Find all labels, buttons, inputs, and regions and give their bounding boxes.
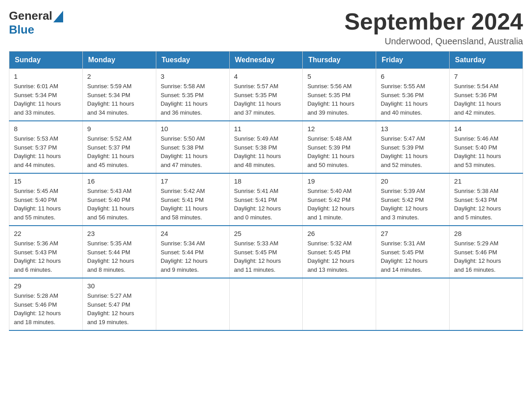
day-number: 26 [307,230,371,237]
calendar-header: SundayMondayTuesdayWednesdayThursdayFrid… [9,51,523,69]
day-number: 5 [307,73,371,80]
day-number: 13 [381,125,445,133]
day-cell: 1Sunrise: 6:01 AM Sunset: 5:34 PM Daylig… [9,69,83,121]
day-number: 11 [234,125,298,133]
week-row-1: 1Sunrise: 6:01 AM Sunset: 5:34 PM Daylig… [9,69,523,121]
day-info: Sunrise: 5:59 AM Sunset: 5:34 PM Dayligh… [87,82,151,117]
day-number: 22 [14,230,78,237]
day-info: Sunrise: 5:58 AM Sunset: 5:35 PM Dayligh… [161,82,225,117]
day-info: Sunrise: 5:27 AM Sunset: 5:47 PM Dayligh… [87,291,151,326]
day-info: Sunrise: 5:52 AM Sunset: 5:37 PM Dayligh… [87,134,151,169]
week-row-2: 8Sunrise: 5:53 AM Sunset: 5:37 PM Daylig… [9,121,523,173]
day-cell: 29Sunrise: 5:28 AM Sunset: 5:46 PM Dayli… [9,278,83,330]
day-cell: 18Sunrise: 5:41 AM Sunset: 5:41 PM Dayli… [229,173,303,226]
column-header-tuesday: Tuesday [156,51,229,69]
day-info: Sunrise: 5:43 AM Sunset: 5:40 PM Dayligh… [87,187,151,222]
day-cell: 22Sunrise: 5:36 AM Sunset: 5:43 PM Dayli… [9,226,83,278]
column-header-thursday: Thursday [303,51,376,69]
day-info: Sunrise: 5:55 AM Sunset: 5:36 PM Dayligh… [381,82,445,117]
day-number: 3 [161,73,225,80]
calendar-title: September 2024 [344,9,523,34]
day-number: 2 [87,73,151,80]
day-info: Sunrise: 5:42 AM Sunset: 5:41 PM Dayligh… [161,187,225,222]
calendar-title-area: September 2024 Underwood, Queensland, Au… [344,9,523,47]
day-cell: 30Sunrise: 5:27 AM Sunset: 5:47 PM Dayli… [82,278,156,330]
day-cell: 23Sunrise: 5:35 AM Sunset: 5:44 PM Dayli… [82,226,156,278]
header-row: SundayMondayTuesdayWednesdayThursdayFrid… [9,51,523,69]
day-info: Sunrise: 5:54 AM Sunset: 5:36 PM Dayligh… [454,82,518,117]
day-cell: 8Sunrise: 5:53 AM Sunset: 5:37 PM Daylig… [9,121,83,173]
day-number: 17 [161,177,225,185]
day-number: 18 [234,177,298,185]
day-number: 24 [161,230,225,237]
day-cell: 2Sunrise: 5:59 AM Sunset: 5:34 PM Daylig… [82,69,156,121]
day-cell: 28Sunrise: 5:29 AM Sunset: 5:46 PM Dayli… [450,226,523,278]
day-info: Sunrise: 6:01 AM Sunset: 5:34 PM Dayligh… [14,82,78,117]
week-row-5: 29Sunrise: 5:28 AM Sunset: 5:46 PM Dayli… [9,278,523,330]
day-cell [376,278,450,330]
calendar-subtitle: Underwood, Queensland, Australia [344,36,523,47]
day-cell: 20Sunrise: 5:39 AM Sunset: 5:42 PM Dayli… [376,173,450,226]
day-cell: 21Sunrise: 5:38 AM Sunset: 5:43 PM Dayli… [450,173,523,226]
svg-marker-0 [53,11,63,22]
day-info: Sunrise: 5:39 AM Sunset: 5:42 PM Dayligh… [381,187,445,222]
day-cell: 16Sunrise: 5:43 AM Sunset: 5:40 PM Dayli… [82,173,156,226]
logo-triangle-icon [53,11,63,22]
calendar-table: SundayMondayTuesdayWednesdayThursdayFrid… [9,51,523,331]
day-number: 19 [307,177,371,185]
day-info: Sunrise: 5:41 AM Sunset: 5:41 PM Dayligh… [234,187,298,222]
logo: General Blue [9,9,63,37]
day-cell: 12Sunrise: 5:48 AM Sunset: 5:39 PM Dayli… [303,121,376,173]
day-cell: 11Sunrise: 5:49 AM Sunset: 5:38 PM Dayli… [229,121,303,173]
day-cell [229,278,303,330]
day-number: 8 [14,125,78,133]
logo-blue-text: Blue [9,23,34,36]
column-header-saturday: Saturday [450,51,523,69]
day-cell: 3Sunrise: 5:58 AM Sunset: 5:35 PM Daylig… [156,69,229,121]
day-info: Sunrise: 5:31 AM Sunset: 5:45 PM Dayligh… [381,239,445,274]
day-info: Sunrise: 5:49 AM Sunset: 5:38 PM Dayligh… [234,134,298,169]
logo-general-text: General [9,9,52,23]
day-cell: 26Sunrise: 5:32 AM Sunset: 5:45 PM Dayli… [303,226,376,278]
day-info: Sunrise: 5:34 AM Sunset: 5:44 PM Dayligh… [161,239,225,274]
day-cell: 7Sunrise: 5:54 AM Sunset: 5:36 PM Daylig… [450,69,523,121]
column-header-wednesday: Wednesday [229,51,303,69]
page-header: General Blue September 2024 Underwood, Q… [9,9,523,47]
day-number: 29 [14,282,78,290]
day-number: 21 [454,177,518,185]
day-cell: 24Sunrise: 5:34 AM Sunset: 5:44 PM Dayli… [156,226,229,278]
day-cell: 5Sunrise: 5:56 AM Sunset: 5:35 PM Daylig… [303,69,376,121]
day-number: 12 [307,125,371,133]
day-cell: 25Sunrise: 5:33 AM Sunset: 5:45 PM Dayli… [229,226,303,278]
day-number: 7 [454,73,518,80]
day-cell: 13Sunrise: 5:47 AM Sunset: 5:39 PM Dayli… [376,121,450,173]
day-number: 27 [381,230,445,237]
day-number: 30 [87,282,151,290]
day-info: Sunrise: 5:36 AM Sunset: 5:43 PM Dayligh… [14,239,78,274]
day-number: 14 [454,125,518,133]
day-number: 16 [87,177,151,185]
column-header-friday: Friday [376,51,450,69]
day-info: Sunrise: 5:32 AM Sunset: 5:45 PM Dayligh… [307,239,371,274]
day-cell: 4Sunrise: 5:57 AM Sunset: 5:35 PM Daylig… [229,69,303,121]
day-number: 1 [14,73,78,80]
day-info: Sunrise: 5:46 AM Sunset: 5:40 PM Dayligh… [454,134,518,169]
day-number: 25 [234,230,298,237]
day-info: Sunrise: 5:45 AM Sunset: 5:40 PM Dayligh… [14,187,78,222]
day-number: 23 [87,230,151,237]
column-header-sunday: Sunday [9,51,83,69]
day-cell [156,278,229,330]
calendar-body: 1Sunrise: 6:01 AM Sunset: 5:34 PM Daylig… [9,69,523,331]
day-cell: 15Sunrise: 5:45 AM Sunset: 5:40 PM Dayli… [9,173,83,226]
day-cell: 19Sunrise: 5:40 AM Sunset: 5:42 PM Dayli… [303,173,376,226]
day-info: Sunrise: 5:29 AM Sunset: 5:46 PM Dayligh… [454,239,518,274]
day-info: Sunrise: 5:35 AM Sunset: 5:44 PM Dayligh… [87,239,151,274]
day-info: Sunrise: 5:50 AM Sunset: 5:38 PM Dayligh… [161,134,225,169]
week-row-3: 15Sunrise: 5:45 AM Sunset: 5:40 PM Dayli… [9,173,523,226]
day-cell: 14Sunrise: 5:46 AM Sunset: 5:40 PM Dayli… [450,121,523,173]
day-number: 4 [234,73,298,80]
day-info: Sunrise: 5:28 AM Sunset: 5:46 PM Dayligh… [14,291,78,326]
day-info: Sunrise: 5:40 AM Sunset: 5:42 PM Dayligh… [307,187,371,222]
day-info: Sunrise: 5:56 AM Sunset: 5:35 PM Dayligh… [307,82,371,117]
day-number: 9 [87,125,151,133]
